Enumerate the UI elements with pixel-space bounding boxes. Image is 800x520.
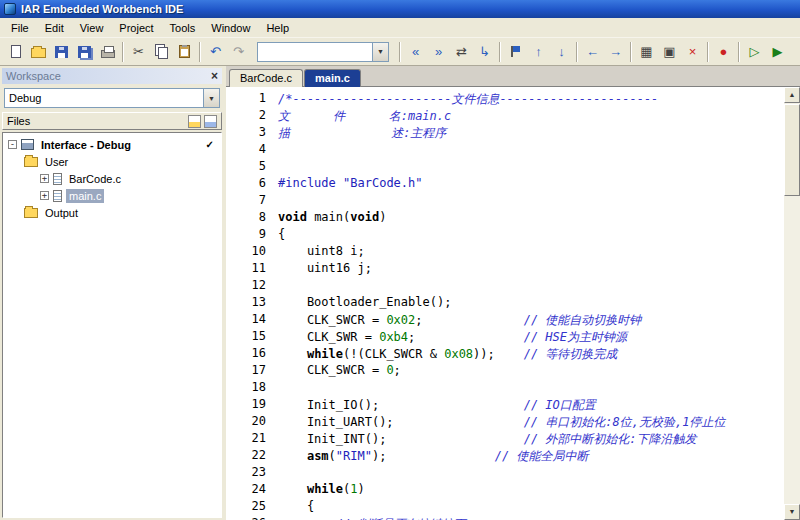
make-button[interactable]: ▣ (658, 41, 681, 63)
project-icon (21, 139, 34, 150)
line-number: 15 (226, 329, 278, 346)
next-bookmark-button[interactable]: ↓ (550, 41, 573, 63)
code-text: #include "BarCode.h" (278, 176, 423, 193)
find-combobox[interactable]: ▼ (257, 42, 389, 62)
tree-item-barcode-c[interactable]: +BarCode.c (3, 170, 221, 187)
code-line: 17 CLK_SWCR = 0; (226, 363, 784, 380)
compile-icon: ▦ (640, 45, 652, 58)
tree-item-interface-debug[interactable]: -Interface - Debug✓ (3, 136, 221, 153)
copy-icon (158, 47, 168, 59)
paste-icon (179, 45, 190, 58)
files-header[interactable]: Files (2, 112, 222, 130)
cut-button[interactable]: ✂ (127, 41, 150, 63)
next-bookmark-icon: ↓ (558, 45, 565, 58)
replace-button[interactable]: ⇄ (450, 41, 473, 63)
tab-main-c[interactable]: main.c (304, 69, 361, 87)
workspace-header: Workspace × (2, 68, 222, 84)
vertical-scrollbar[interactable]: ▲ ▼ (784, 87, 800, 520)
toggle-breakpoint-button[interactable]: ● (712, 41, 735, 63)
menu-view[interactable]: View (72, 19, 112, 37)
code-line: 18 (226, 380, 784, 397)
find-previous-button[interactable]: « (404, 41, 427, 63)
code-line: 3描 述:主程序 (226, 125, 784, 142)
code-line: 26 // 判断是否有按键按下 (226, 516, 784, 520)
line-number: 24 (226, 482, 278, 499)
open-folder-button[interactable] (27, 41, 50, 63)
download-and-debug-button[interactable]: ▶ (766, 41, 789, 63)
compile-button[interactable]: ▦ (635, 41, 658, 63)
collapse-icon[interactable]: - (8, 140, 17, 149)
code-text: 描 述:主程序 (278, 125, 446, 142)
tree-item-main-c[interactable]: +main.c (3, 187, 221, 204)
menu-project[interactable]: Project (111, 19, 161, 37)
app-window: { "window": { "title": "IAR Embedded Wor… (0, 0, 800, 520)
workspace-title: Workspace (6, 70, 61, 82)
code-line: 25 { (226, 499, 784, 516)
close-icon[interactable]: × (211, 71, 218, 81)
navigate-backward-button[interactable]: ← (581, 41, 604, 63)
save-all-button[interactable] (73, 41, 96, 63)
code-text: { (278, 499, 314, 516)
code-line: 22 asm("RIM"); // 使能全局中断 (226, 448, 784, 465)
tree-item-user[interactable]: User (3, 153, 221, 170)
expand-icon[interactable]: + (40, 191, 49, 200)
code-text: asm("RIM"); // 使能全局中断 (278, 448, 588, 465)
redo-button[interactable]: ↷ (227, 41, 250, 63)
code-line: 21 Init_INT(); // 外部中断初始化:下降沿触发 (226, 431, 784, 448)
previous-bookmark-button[interactable]: ↑ (527, 41, 550, 63)
file-icon (53, 173, 62, 185)
code-text: /*----------------------文件信息------------… (278, 91, 658, 108)
paste-button[interactable] (173, 41, 196, 63)
line-number: 10 (226, 244, 278, 261)
line-number: 9 (226, 227, 278, 244)
line-number: 21 (226, 431, 278, 448)
code-line: 10 uint8 i; (226, 244, 784, 261)
undo-button[interactable]: ↶ (204, 41, 227, 63)
save-button[interactable] (50, 41, 73, 63)
line-number: 6 (226, 176, 278, 193)
replace-icon: ⇄ (456, 45, 467, 58)
expand-icon[interactable]: + (40, 174, 49, 183)
code-editor[interactable]: 1/*----------------------文件信息-----------… (226, 87, 784, 520)
chevron-down-icon[interactable]: ▼ (372, 43, 388, 61)
toggle-bookmark-button[interactable] (504, 41, 527, 63)
debug-without-downloading-button[interactable]: ▷ (743, 41, 766, 63)
title-bar[interactable]: IAR Embedded Workbench IDE (0, 0, 800, 18)
code-line: 11 uint16 j; (226, 261, 784, 278)
chevron-down-icon[interactable]: ▼ (203, 89, 219, 107)
copy-button[interactable] (150, 41, 173, 63)
code-text: uint8 i; (278, 244, 365, 261)
scrollbar-thumb[interactable] (784, 104, 800, 196)
make-icon: ▣ (663, 45, 675, 58)
goto-button[interactable]: ↳ (473, 41, 496, 63)
config-select[interactable]: Debug ▼ (4, 88, 220, 108)
find-input[interactable] (258, 43, 372, 61)
code-text: Bootloader_Enable(); (278, 295, 451, 312)
output-column-icon[interactable] (204, 115, 217, 128)
debug-without-downloading-icon: ▷ (750, 45, 760, 58)
file-tree: -Interface - Debug✓User+BarCode.c+main.c… (2, 132, 222, 518)
menu-window[interactable]: Window (203, 19, 258, 37)
tab-barcode-c[interactable]: BarCode.c (229, 69, 303, 87)
stop-build-icon: × (689, 45, 697, 58)
menu-edit[interactable]: Edit (37, 19, 72, 37)
code-line: 6#include "BarCode.h" (226, 176, 784, 193)
scroll-up-icon[interactable]: ▲ (784, 87, 800, 103)
toolbar: ✂↶↷▼«»⇄↳↑↓←→▦▣×●▷▶ (0, 38, 800, 66)
files-header-icons (188, 115, 217, 128)
print-button[interactable] (96, 41, 119, 63)
line-number: 20 (226, 414, 278, 431)
new-document-button[interactable] (4, 41, 27, 63)
scroll-down-icon[interactable]: ▼ (784, 504, 800, 520)
find-next-button[interactable]: » (427, 41, 450, 63)
tree-item-output[interactable]: Output (3, 204, 221, 221)
build-column-icon[interactable] (188, 115, 201, 128)
menu-file[interactable]: File (3, 19, 37, 37)
navigate-forward-button[interactable]: → (604, 41, 627, 63)
menu-tools[interactable]: Tools (162, 19, 204, 37)
menu-help[interactable]: Help (258, 19, 297, 37)
cut-icon: ✂ (133, 45, 144, 58)
stop-build-button[interactable]: × (681, 41, 704, 63)
line-number: 26 (226, 516, 278, 520)
line-number: 11 (226, 261, 278, 278)
